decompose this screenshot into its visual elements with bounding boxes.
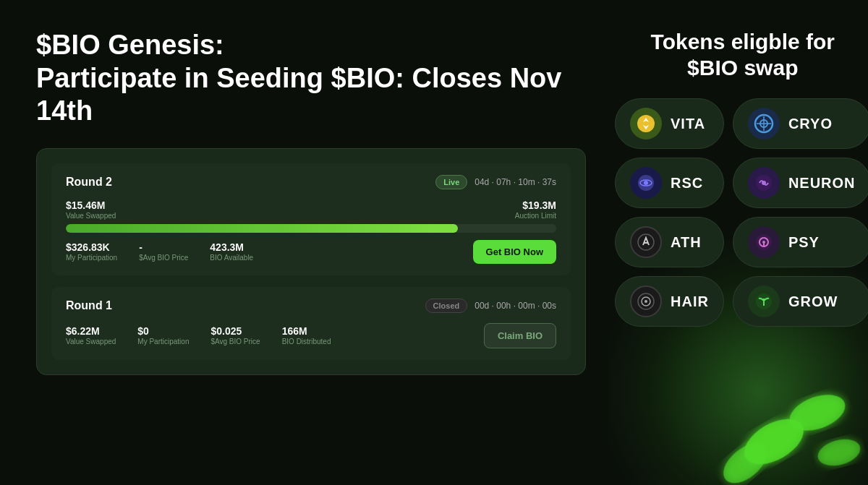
hair-name: HAIR xyxy=(671,293,709,310)
token-card-ath[interactable]: ATH xyxy=(615,217,724,267)
round-2-timer: 04d · 07h · 10m · 37s xyxy=(475,177,556,187)
round-2-card: Round 2 Live 04d · 07h · 10m · 37s $15.4… xyxy=(51,163,571,275)
round-2-progress-fill xyxy=(66,224,458,233)
round-1-title: Round 1 xyxy=(66,299,112,312)
cryo-icon xyxy=(748,108,780,140)
page-title: $BIO Genesis: Participate in Seeding $BI… xyxy=(36,29,586,128)
token-card-hair[interactable]: HAIR xyxy=(615,276,724,327)
ath-icon xyxy=(630,226,662,258)
round-2-avg-price: - $Avg BIO Price xyxy=(139,241,188,262)
svg-point-9 xyxy=(644,181,648,185)
neuron-icon xyxy=(748,167,780,199)
round-2-value-swapped: $15.46M Value Swapped xyxy=(66,199,116,220)
round-1-meta: Closed 00d · 00h · 00m · 00s xyxy=(425,299,556,313)
tokens-grid: VITACRYORSCNEURONATHPSYHAIRGROW xyxy=(615,98,868,327)
round-1-timer: 00d · 00h · 00m · 00s xyxy=(475,301,556,311)
round-1-avg-price: $0.025 $Avg BIO Price xyxy=(210,325,260,345)
round-1-status-badge: Closed xyxy=(425,299,468,313)
psy-icon xyxy=(748,226,780,258)
round-2-my-participation: $326.83K My Participation xyxy=(66,241,117,262)
round-2-bio-available: 423.3M BIO Available xyxy=(210,241,253,262)
round-1-value-swapped: $6.22M Value Swapped xyxy=(66,325,116,345)
hair-icon xyxy=(630,286,662,317)
cryo-name: CRYO xyxy=(788,116,833,132)
round-2-title: Round 2 xyxy=(66,176,112,189)
svg-point-0 xyxy=(637,115,655,132)
rsc-name: RSC xyxy=(671,175,703,192)
svg-point-11 xyxy=(762,181,766,185)
rounds-container: Round 2 Live 04d · 07h · 10m · 37s $15.4… xyxy=(36,148,586,375)
svg-point-17 xyxy=(644,300,647,303)
token-card-rsc[interactable]: RSC xyxy=(615,158,724,208)
token-card-cryo[interactable]: CRYO xyxy=(733,98,868,149)
neuron-name: NEURON xyxy=(788,175,856,192)
svg-point-14 xyxy=(762,241,765,244)
token-card-vita[interactable]: VITA xyxy=(615,98,724,149)
ath-name: ATH xyxy=(671,234,702,251)
vita-icon xyxy=(630,108,662,140)
round-1-bio-distributed: 166M BIO Distributed xyxy=(282,325,331,345)
round-2-progress-bar xyxy=(66,224,556,233)
round-2-status-badge: Live xyxy=(435,175,467,189)
token-card-neuron[interactable]: NEURON xyxy=(733,158,868,208)
round-2-meta: Live 04d · 07h · 10m · 37s xyxy=(435,175,556,189)
claim-bio-button[interactable]: Claim BIO xyxy=(484,323,556,348)
grow-name: GROW xyxy=(788,293,838,310)
tokens-section-title: Tokens eligble for$BIO swap xyxy=(651,29,835,81)
round-1-card: Round 1 Closed 00d · 00h · 00m · 00s $6.… xyxy=(51,287,571,360)
round-1-my-participation: $0 My Participation xyxy=(137,325,189,345)
round-2-stats: $326.83K My Participation - $Avg BIO Pri… xyxy=(66,240,556,264)
get-bio-button[interactable]: Get BIO Now xyxy=(473,240,556,264)
round-2-auction-limit: $19.3M Auction Limit xyxy=(515,199,556,220)
psy-name: PSY xyxy=(788,234,820,251)
vita-name: VITA xyxy=(671,116,705,132)
token-card-psy[interactable]: PSY xyxy=(733,217,868,267)
right-panel: Tokens eligble for$BIO swap VITACRYORSCN… xyxy=(615,29,868,456)
rsc-icon xyxy=(630,167,662,199)
grow-icon xyxy=(748,286,780,317)
left-panel: $BIO Genesis: Participate in Seeding $BI… xyxy=(36,29,586,456)
token-card-grow[interactable]: GROW xyxy=(733,276,868,327)
round-1-stats: $6.22M Value Swapped $0 My Participation… xyxy=(66,323,556,348)
